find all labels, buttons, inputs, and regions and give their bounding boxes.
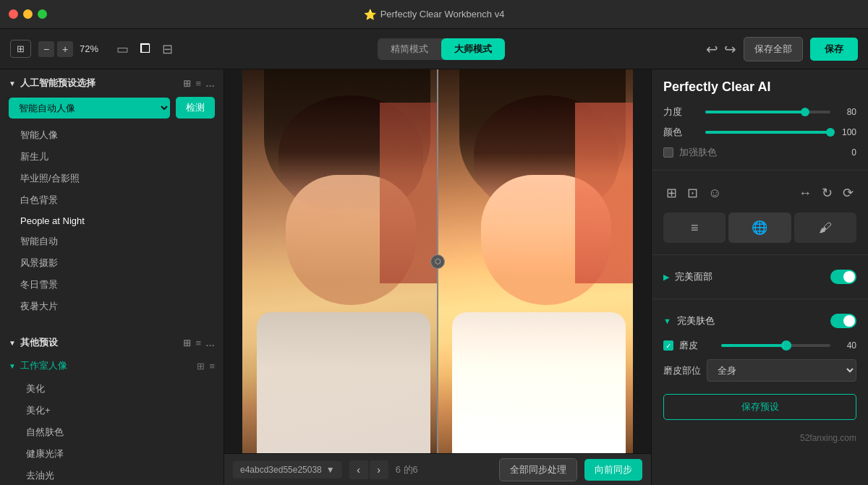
enhance-skin-checkbox[interactable] xyxy=(663,147,673,158)
crop-tool-btn[interactable]: ⊞ xyxy=(10,40,31,58)
studio-item-1[interactable]: 美化+ xyxy=(0,400,224,421)
toolbar: ⊞ − + 72% ▭ ⧠ ⊟ 精简模式 大师模式 ↩ ↪ 保存全部 保存 xyxy=(0,29,868,69)
perfect-skin-arrow: ▼ xyxy=(663,317,671,325)
refresh-tool-btn[interactable]: ⟳ xyxy=(840,182,856,204)
studio-arrow: ▼ xyxy=(9,362,16,370)
window-title: ⭐ Perfectly Clear Workbench v4 xyxy=(364,9,505,20)
after-pane xyxy=(438,69,633,453)
canvas-main: ⬡ xyxy=(224,69,651,453)
grid-tool-btn[interactable]: ⊞ xyxy=(663,182,680,204)
studio-actions[interactable]: ⊞ ≡ xyxy=(197,361,215,372)
file-id: e4abcd3ed55e25038 ▼ xyxy=(233,461,342,478)
ai-section-actions[interactable]: ⊞ ≡ … xyxy=(183,78,215,89)
perfect-face-switch[interactable] xyxy=(830,270,856,284)
studio-item-0[interactable]: 美化 xyxy=(0,378,224,400)
other-section-arrow: ▼ xyxy=(9,339,16,347)
tab-face[interactable]: 🌐 xyxy=(728,213,791,243)
next-btn[interactable]: › xyxy=(370,460,388,479)
studio-group-header[interactable]: ▼ 工作室人像 ⊞ ≡ xyxy=(0,353,224,375)
app-icon: ⭐ xyxy=(364,9,376,20)
rotate-tool-btn[interactable]: ↻ xyxy=(819,182,835,204)
preset-item-3[interactable]: 白色背景 xyxy=(0,189,224,211)
ai-section-header: ▼ 人工智能预设选择 ⊞ ≡ … xyxy=(0,69,224,94)
close-button[interactable] xyxy=(9,9,18,19)
perfect-face-toggle[interactable]: ▶ 完美面部 xyxy=(652,262,868,291)
master-mode-btn[interactable]: 大师模式 xyxy=(441,38,505,60)
location-select[interactable]: 全身 xyxy=(707,359,856,382)
view-mode-controls: ▭ ⧠ ⊟ xyxy=(114,40,176,59)
perfect-skin-knob xyxy=(843,315,855,327)
flip-tool-btn[interactable]: ↔ xyxy=(796,183,814,204)
right-panel: Perfectly Clear AI 力度 80 颜色 100 加强肤色 0 ⊞ xyxy=(651,69,868,485)
studio-item-2[interactable]: 自然肤色 xyxy=(0,421,224,443)
sidebar: ▼ 人工智能预设选择 ⊞ ≡ … 智能自动人像 检测 智能人像 新生儿 毕业照/… xyxy=(0,69,224,485)
color-track[interactable] xyxy=(705,131,830,134)
detect-btn[interactable]: 检测 xyxy=(176,97,215,119)
preset-item-0[interactable]: 智能人像 xyxy=(0,124,224,146)
preset-item-4[interactable]: People at Night xyxy=(0,211,224,231)
preset-item-1[interactable]: 新生儿 xyxy=(0,146,224,168)
redo-btn[interactable]: ↪ xyxy=(724,40,736,58)
perfect-skin-label: 完美肤色 xyxy=(677,314,715,327)
ai-preset-list: 智能人像 新生儿 毕业照/合影照 白色背景 People at Night 智能… xyxy=(0,121,224,320)
enhance-skin-value: 0 xyxy=(836,147,856,158)
tab-row: ≡ 🌐 🖌 xyxy=(652,208,868,247)
strength-value: 80 xyxy=(836,107,856,117)
maximize-button[interactable] xyxy=(38,9,47,19)
smooth-slider-row: ✓ 磨皮 40 xyxy=(652,335,868,356)
divider-handle[interactable]: ⬡ xyxy=(430,254,445,269)
color-value: 100 xyxy=(836,127,856,137)
tab-brush[interactable]: 🖌 xyxy=(794,213,856,243)
zoom-plus-btn[interactable]: + xyxy=(57,41,73,57)
smooth-checkbox[interactable]: ✓ xyxy=(663,340,673,351)
strength-track[interactable] xyxy=(705,111,830,113)
perfect-skin-toggle[interactable]: ▼ 完美肤色 xyxy=(652,306,868,335)
split-view-btn[interactable]: ⧠ xyxy=(136,40,155,59)
crop-tool-btn[interactable]: ⊡ xyxy=(684,182,701,204)
nav-buttons: ‹ › xyxy=(349,460,388,479)
preset-selector: 智能自动人像 检测 xyxy=(0,94,224,121)
smooth-track[interactable] xyxy=(721,344,830,347)
traffic-lights xyxy=(9,9,47,19)
mode-toggle: 精简模式 大师模式 xyxy=(378,38,505,60)
compare-view-btn[interactable]: ⊟ xyxy=(159,40,176,59)
panel-title: Perfectly Clear AI xyxy=(652,69,868,102)
face-tool-btn[interactable]: ☺ xyxy=(705,183,724,204)
single-view-btn[interactable]: ▭ xyxy=(114,40,132,59)
undo-btn[interactable]: ↩ xyxy=(706,40,718,58)
smooth-label: 磨皮 xyxy=(679,339,715,352)
preset-item-7[interactable]: 冬日雪景 xyxy=(0,274,224,296)
studio-preset-list: 美化 美化+ 自然肤色 健康光泽 去油光 毛孔柔化 喷粉 温和覆盖 xyxy=(0,375,224,485)
preset-item-5[interactable]: 智能自动 xyxy=(0,231,224,252)
minimize-button[interactable] xyxy=(23,9,33,19)
strength-slider-row: 力度 80 xyxy=(652,102,868,122)
preset-dropdown[interactable]: 智能自动人像 xyxy=(9,98,170,119)
simple-mode-btn[interactable]: 精简模式 xyxy=(378,38,441,60)
strength-fill xyxy=(705,111,805,113)
smooth-fill xyxy=(721,344,787,347)
preset-item-6[interactable]: 风景摄影 xyxy=(0,252,224,274)
prev-btn[interactable]: ‹ xyxy=(349,460,368,479)
perfect-face-knob xyxy=(843,271,855,283)
enhance-skin-label: 加强肤色 xyxy=(679,146,717,159)
location-row: 磨皮部位 全身 xyxy=(652,356,868,385)
zoom-minus-btn[interactable]: − xyxy=(38,41,54,57)
canvas-area: ⬡ e4abcd3ed55e25038 ▼ ‹ › 6 的6 全部同步处理 向前… xyxy=(224,69,651,485)
sync-all-btn[interactable]: 全部同步处理 xyxy=(499,458,577,481)
save-all-btn[interactable]: 保存全部 xyxy=(744,37,803,61)
color-label: 颜色 xyxy=(663,126,699,139)
tab-sliders[interactable]: ≡ xyxy=(663,213,726,243)
preset-item-8[interactable]: 夜暑大片 xyxy=(0,296,224,317)
ai-section-arrow: ▼ xyxy=(9,80,16,87)
panel-divider-2 xyxy=(652,254,868,255)
perfect-skin-switch[interactable] xyxy=(830,314,856,328)
studio-item-3[interactable]: 健康光泽 xyxy=(0,443,224,465)
preset-item-2[interactable]: 毕业照/合影照 xyxy=(0,168,224,189)
watermark: 52fanxing.com xyxy=(652,429,868,447)
save-preset-btn[interactable]: 保存预设 xyxy=(663,394,856,420)
save-btn[interactable]: 保存 xyxy=(810,38,858,61)
sync-forward-btn[interactable]: 向前同步 xyxy=(584,459,642,481)
other-section-header: ▼ 其他预设 ⊞ ≡ … xyxy=(0,329,224,353)
other-section-actions[interactable]: ⊞ ≡ … xyxy=(183,338,215,348)
studio-item-4[interactable]: 去油光 xyxy=(0,465,224,485)
